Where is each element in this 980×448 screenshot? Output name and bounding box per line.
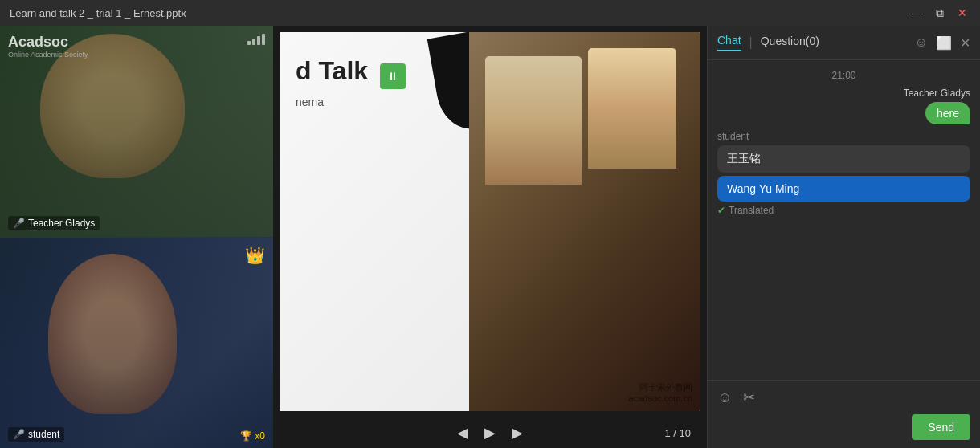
close-chat-icon[interactable]: ✕ — [960, 35, 970, 51]
chat-timestamp: 21:00 — [717, 70, 970, 81]
slide-prev-button[interactable]: ◀ — [457, 424, 468, 442]
tab-question[interactable]: Question(0) — [761, 35, 819, 51]
slide-image — [469, 32, 700, 411]
trophy-badge: 🏆 x0 — [240, 430, 265, 442]
slide-next-button[interactable]: ▶ — [512, 424, 523, 442]
window-title: Learn and talk 2 _ trial 1 _ Ernest.pptx — [10, 7, 186, 19]
signal-bar-1 — [247, 41, 251, 45]
resize-icon[interactable]: ⬜ — [936, 35, 952, 51]
signal-bar-2 — [252, 39, 255, 45]
logo-overlay: Acadsoc Online Academic Society — [8, 34, 88, 59]
window-controls: — ⧉ ✕ — [909, 6, 970, 20]
restore-button[interactable]: ⧉ — [932, 6, 948, 20]
teacher-video-cell: Acadsoc Online Academic Society 🎤Teacher… — [0, 26, 273, 237]
slide-title: d Talk — [296, 56, 368, 85]
teacher-msg-sender: Teacher Gladys — [904, 88, 970, 99]
mic-icon-student: 🎤 — [13, 429, 25, 440]
slide-controls: ◀ ▶ ▶ 1 / 10 — [273, 417, 707, 448]
scissors-icon[interactable]: ✂ — [743, 389, 755, 406]
mic-icon-teacher: 🎤 — [13, 218, 25, 229]
teacher-msg-bubble: here — [925, 102, 970, 124]
chat-footer: ☺ ✂ Send — [708, 380, 980, 448]
slide-area: d Talk ⏸ nema 阿卡索外教网 acadsoc.com.cn — [280, 32, 700, 411]
slide-watermark: 阿卡索外教网 acadsoc.com.cn — [629, 381, 692, 403]
slide-play-button[interactable]: ▶ — [484, 424, 496, 442]
translated-badge: ✔ Translated — [717, 205, 970, 216]
teacher-label: 🎤Teacher Gladys — [8, 216, 100, 230]
crown-icon: 👑 — [245, 246, 265, 265]
logo-sub: Online Academic Society — [8, 51, 88, 59]
teacher-message-container: Teacher Gladys here — [717, 88, 970, 124]
teacher-video-bg: Acadsoc Online Academic Society — [0, 26, 273, 237]
student-video-cell: 👑 🎤student 🏆 x0 — [0, 237, 273, 449]
chat-header-icons: ☺ ⬜ ✕ — [915, 35, 970, 51]
slide-title-area: d Talk ⏸ nema — [296, 56, 406, 108]
chat-footer-icons: ☺ ✂ — [717, 389, 970, 406]
student-label: 🎤student — [8, 427, 64, 442]
signal-bars — [247, 34, 265, 45]
student-video-bg — [0, 238, 273, 449]
student-msg-english: Wang Yu Ming — [717, 176, 970, 202]
minimize-button[interactable]: — — [909, 6, 925, 20]
video-panel: Acadsoc Online Academic Society 🎤Teacher… — [0, 26, 273, 448]
tab-chat[interactable]: Chat — [717, 34, 741, 51]
chat-panel: Chat | Question(0) ☺ ⬜ ✕ 21:00 Teacher G… — [707, 26, 980, 448]
slide-counter: 1 / 10 — [664, 427, 691, 439]
chat-body: 21:00 Teacher Gladys here student 王玉铭 Wa… — [708, 60, 980, 380]
student-msg-label: student — [717, 131, 970, 142]
send-button[interactable]: Send — [912, 414, 970, 440]
translated-label: Translated — [729, 205, 774, 216]
logo-text: Acadsoc — [8, 34, 88, 51]
main-layout: Acadsoc Online Academic Society 🎤Teacher… — [0, 26, 980, 448]
slide-content: d Talk ⏸ nema 阿卡索外教网 acadsoc.com.cn — [280, 32, 700, 411]
slide-subtitle: nema — [296, 96, 406, 108]
signal-bar-3 — [257, 36, 260, 45]
presentation-panel: d Talk ⏸ nema 阿卡索外教网 acadsoc.com.cn ◀ ▶ … — [273, 26, 707, 448]
student-message-area: student 王玉铭 Wang Yu Ming ✔ Translated — [717, 131, 970, 216]
close-button[interactable]: ✕ — [954, 6, 970, 20]
smiley-icon[interactable]: ☺ — [915, 35, 928, 51]
signal-bar-4 — [262, 34, 265, 45]
check-icon: ✔ — [717, 205, 725, 216]
pause-icon[interactable]: ⏸ — [380, 63, 406, 89]
emoji-footer-icon[interactable]: ☺ — [717, 389, 732, 406]
chat-header: Chat | Question(0) ☺ ⬜ ✕ — [708, 26, 980, 60]
student-msg-chinese: 王玉铭 — [717, 145, 970, 173]
title-bar: Learn and talk 2 _ trial 1 _ Ernest.pptx… — [0, 0, 980, 26]
